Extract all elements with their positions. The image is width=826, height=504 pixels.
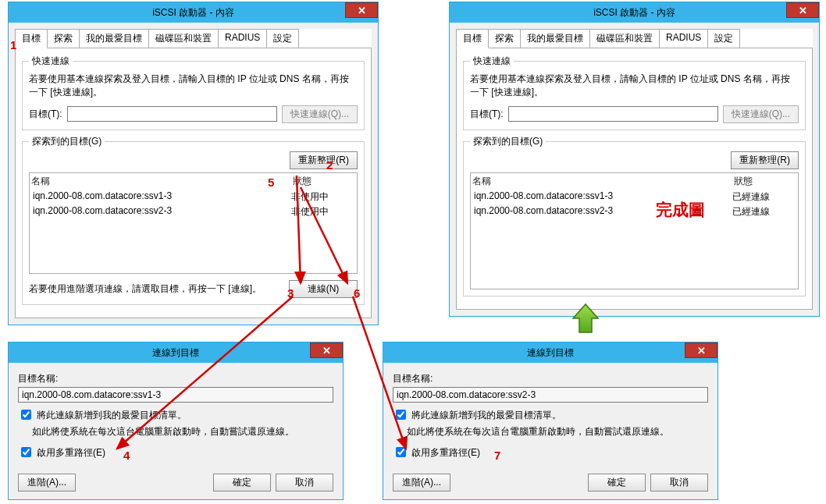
tab-config[interactable]: 設定 [266, 29, 299, 48]
tab-label: 探索 [495, 33, 514, 44]
quick-connect-button[interactable]: 快速連線(Q)... [723, 105, 799, 123]
ok-button[interactable]: 確定 [213, 474, 271, 492]
row-status: 已經連線 [732, 190, 795, 204]
tab-discovery[interactable]: 探索 [47, 29, 80, 48]
close-button[interactable]: ✕ [345, 2, 378, 18]
iscsi-initiator-window-right: iSCSI 啟動器 - 內容 ✕ 目標 探索 我的最愛目標 磁碟區和裝置 RAD… [449, 2, 820, 317]
cancel-button[interactable]: 取消 [276, 474, 333, 492]
advanced-button[interactable]: 進階(A)... [393, 474, 450, 492]
target-input[interactable] [508, 106, 718, 122]
titlebar: 連線到目標 ✕ [9, 343, 343, 363]
tab-label: 我的最愛目標 [527, 33, 583, 44]
quick-connect-instruction: 若要使用基本連線探索及登入目標，請輸入目標的 IP 位址或 DNS 名稱，再按一… [29, 73, 358, 99]
tab-volumes[interactable]: 磁碟區和裝置 [589, 29, 660, 48]
quick-connect-group: 快速連線 若要使用基本連線探索及登入目標，請輸入目標的 IP 位址或 DNS 名… [463, 55, 806, 130]
tab-target[interactable]: 目標 [456, 29, 489, 48]
mpio-checkbox-row[interactable]: 啟用多重路徑(E) [393, 446, 708, 460]
window-body: 目標 探索 我的最愛目標 磁碟區和裝置 RADIUS 設定 快速連線 若要使用基… [450, 23, 819, 316]
dialog-body: 目標名稱: iqn.2000-08.com.datacore:ssv1-3 將此… [9, 363, 343, 499]
titlebar: 連線到目標 ✕ [383, 343, 717, 363]
favorite-checkbox[interactable] [396, 410, 406, 420]
favorite-note: 如此將使系統在每次這台電腦重新啟動時，自動嘗試還原連線。 [407, 425, 708, 438]
favorite-note: 如此將使系統在每次這台電腦重新啟動時，自動嘗試還原連線。 [32, 425, 333, 438]
discovered-legend: 探索到的目標(G) [29, 135, 105, 148]
quick-connect-legend: 快速連線 [470, 55, 514, 68]
close-button[interactable]: ✕ [786, 2, 819, 18]
close-icon: ✕ [322, 345, 331, 357]
list-row[interactable]: iqn.2000-08.com.datacore:ssv2-3 非使用中 [30, 204, 357, 219]
discovered-list[interactable]: 名稱 狀態 iqn.2000-08.com.datacore:ssv1-3 已經… [470, 172, 799, 289]
row-name: iqn.2000-08.com.datacore:ssv1-3 [474, 190, 732, 204]
connect-target-dialog-left: 連線到目標 ✕ 目標名稱: iqn.2000-08.com.datacore:s… [8, 342, 344, 500]
connect-button[interactable]: 連線(N) [289, 280, 358, 298]
quick-connect-button[interactable]: 快速連線(Q)... [282, 105, 358, 123]
tab-config[interactable]: 設定 [707, 29, 740, 48]
tab-label: 設定 [714, 33, 733, 44]
tab-label: 目標 [22, 33, 41, 44]
tab-label: 目標 [463, 33, 482, 44]
tab-panel: 快速連線 若要使用基本連線探索及登入目標，請輸入目標的 IP 位址或 DNS 名… [456, 48, 813, 310]
discovered-targets-group: 探索到的目標(G) 重新整理(R) 名稱 狀態 iqn.2000-08.com.… [22, 135, 365, 305]
ok-button[interactable]: 確定 [588, 474, 646, 492]
mpio-checkbox[interactable] [21, 447, 31, 457]
quick-connect-instruction: 若要使用基本連線探索及登入目標，請輸入目標的 IP 位址或 DNS 名稱，再按一… [470, 73, 799, 99]
discovered-legend: 探索到的目標(G) [470, 135, 546, 148]
tab-volumes[interactable]: 磁碟區和裝置 [148, 29, 219, 48]
refresh-button[interactable]: 重新整理(R) [290, 151, 358, 169]
row-status: 已經連線 [732, 205, 795, 218]
target-name-field: iqn.2000-08.com.datacore:ssv1-3 [18, 387, 333, 403]
close-button[interactable]: ✕ [685, 343, 717, 358]
tab-favorites[interactable]: 我的最愛目標 [79, 29, 149, 48]
close-icon: ✕ [799, 5, 807, 16]
tab-label: 我的最愛目標 [86, 33, 142, 44]
favorite-checkbox-row[interactable]: 將此連線新增到我的最愛目標清單。 [393, 409, 708, 422]
row-name: iqn.2000-08.com.datacore:ssv2-3 [33, 205, 291, 218]
tab-target[interactable]: 目標 [15, 29, 48, 48]
quick-connect-group: 快速連線 若要使用基本連線探索及登入目標，請輸入目標的 IP 位址或 DNS 名… [22, 55, 365, 130]
tab-discovery[interactable]: 探索 [488, 29, 521, 48]
mpio-checkbox[interactable] [396, 447, 406, 457]
tab-radius[interactable]: RADIUS [218, 29, 267, 48]
dialog-title: 連線到目標 [152, 346, 199, 360]
list-header: 名稱 狀態 [471, 173, 798, 190]
discovered-list[interactable]: 名稱 狀態 iqn.2000-08.com.datacore:ssv1-3 非使… [29, 172, 358, 274]
row-status: 非使用中 [291, 205, 354, 218]
tab-label: RADIUS [666, 32, 701, 43]
row-status: 非使用中 [291, 190, 354, 204]
col-name: 名稱 [472, 175, 734, 188]
green-up-arrow-icon [570, 303, 601, 335]
target-name-label: 目標名稱: [393, 372, 708, 385]
mpio-checkbox-label: 啟用多重路徑(E) [411, 446, 480, 460]
tab-label: 探索 [54, 33, 73, 44]
tab-radius[interactable]: RADIUS [659, 29, 708, 48]
tab-label: RADIUS [225, 32, 260, 43]
dialog-title: 連線到目標 [527, 346, 574, 360]
refresh-button[interactable]: 重新整理(R) [731, 151, 799, 169]
mpio-checkbox-row[interactable]: 啟用多重路徑(E) [18, 446, 333, 460]
close-button[interactable]: ✕ [310, 343, 343, 358]
tab-strip: 目標 探索 我的最愛目標 磁碟區和裝置 RADIUS 設定 [456, 29, 813, 48]
tab-label: 設定 [273, 33, 292, 44]
favorite-checkbox[interactable] [21, 410, 31, 420]
dialog-body: 目標名稱: iqn.2000-08.com.datacore:ssv2-3 將此… [383, 363, 717, 499]
list-row[interactable]: iqn.2000-08.com.datacore:ssv1-3 已經連線 [471, 190, 798, 204]
advanced-button[interactable]: 進階(A)... [18, 474, 76, 492]
row-name: iqn.2000-08.com.datacore:ssv1-3 [33, 190, 291, 204]
tab-favorites[interactable]: 我的最愛目標 [520, 29, 590, 48]
quick-connect-legend: 快速連線 [29, 55, 73, 68]
close-icon: ✕ [358, 5, 366, 16]
iscsi-initiator-window-left: iSCSI 啟動器 - 內容 ✕ 目標 探索 我的最愛目標 磁碟區和裝置 RAD… [8, 2, 379, 325]
row-name: iqn.2000-08.com.datacore:ssv2-3 [474, 205, 732, 218]
target-input[interactable] [67, 106, 277, 122]
cancel-button[interactable]: 取消 [650, 474, 708, 492]
connect-target-dialog-right: 連線到目標 ✕ 目標名稱: iqn.2000-08.com.datacore:s… [383, 342, 718, 500]
close-icon: ✕ [697, 345, 706, 357]
window-body: 目標 探索 我的最愛目標 磁碟區和裝置 RADIUS 設定 快速連線 若要使用基… [9, 23, 378, 325]
tab-label: 磁碟區和裝置 [596, 33, 653, 44]
discovered-targets-group: 探索到的目標(G) 重新整理(R) 名稱 狀態 iqn.2000-08.com.… [463, 135, 806, 296]
favorite-checkbox-row[interactable]: 將此連線新增到我的最愛目標清單。 [18, 409, 333, 422]
target-label: 目標(T): [470, 108, 504, 121]
list-row[interactable]: iqn.2000-08.com.datacore:ssv2-3 已經連線 [471, 204, 798, 219]
list-row[interactable]: iqn.2000-08.com.datacore:ssv1-3 非使用中 [30, 190, 357, 204]
window-title: iSCSI 啟動器 - 內容 [152, 6, 234, 20]
